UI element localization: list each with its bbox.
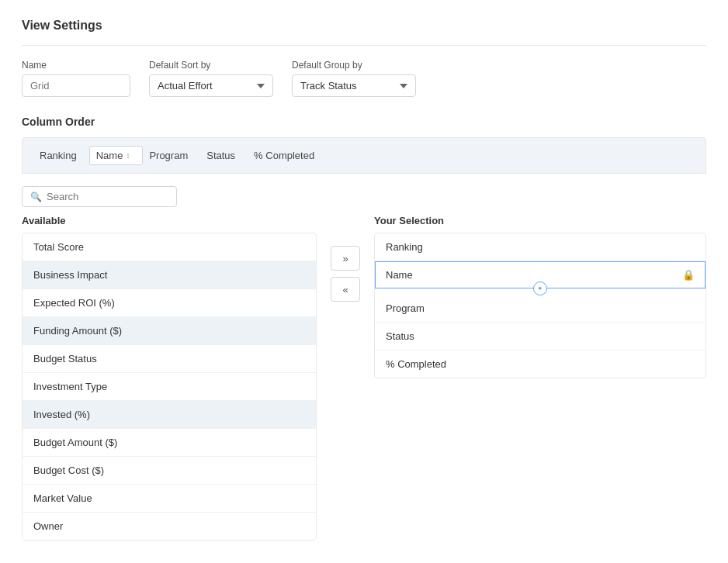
- column-order-title: Column Order: [22, 116, 706, 128]
- group-group: Default Group by Track Status Status Pro…: [292, 60, 416, 97]
- selection-item-name[interactable]: Name 🔒 ✦: [375, 261, 705, 288]
- name-input[interactable]: [22, 74, 130, 97]
- available-section: Available Total Score Business Impact Ex…: [22, 215, 317, 541]
- selection-item-label: Program: [386, 302, 425, 314]
- search-icon: 🔍: [30, 192, 42, 202]
- form-row: Name Default Sort by Actual Effort Name …: [22, 60, 706, 97]
- remove-button[interactable]: «: [331, 277, 360, 302]
- group-select[interactable]: Track Status Status Program Owner: [292, 74, 416, 97]
- selection-item-pct-completed[interactable]: % Completed: [375, 351, 705, 378]
- transfer-buttons: » «: [317, 246, 374, 302]
- list-item[interactable]: Business Impact: [23, 261, 316, 289]
- group-label: Default Group by: [292, 60, 416, 71]
- selection-item-label: % Completed: [386, 358, 446, 370]
- drag-handle[interactable]: ✦: [533, 282, 547, 295]
- add-icon: »: [342, 253, 348, 264]
- col-header-ranking: Ranking: [33, 147, 89, 164]
- list-item[interactable]: Market Value: [23, 485, 316, 513]
- name-group: Name: [22, 60, 130, 97]
- col-header-pct-completed: % Completed: [248, 147, 327, 164]
- list-item[interactable]: Budget Status: [23, 345, 316, 373]
- list-item[interactable]: Funding Amount ($): [23, 317, 316, 345]
- available-label: Available: [22, 215, 317, 226]
- sort-label: Default Sort by: [149, 60, 273, 71]
- remove-icon: «: [342, 284, 348, 295]
- available-list: Total Score Business Impact Expected ROI…: [22, 233, 317, 541]
- list-item[interactable]: Expected ROI (%): [23, 289, 316, 317]
- search-input[interactable]: [47, 191, 168, 202]
- selection-label: Your Selection: [374, 215, 706, 226]
- col-header-name: Name ↕: [89, 146, 144, 165]
- selection-item-label: Name: [386, 269, 413, 281]
- search-box[interactable]: 🔍: [22, 186, 177, 207]
- columns-container: Available Total Score Business Impact Ex…: [22, 215, 706, 541]
- selection-item-label: Ranking: [386, 241, 423, 253]
- column-order-header: Ranking Name ↕ Program Status % Complete…: [22, 137, 706, 174]
- selection-list: Ranking Name 🔒 ✦ Program Status % Comple…: [374, 233, 706, 378]
- divider: [22, 45, 706, 46]
- sort-select-wrapper: Actual Effort Name Status Ranking: [149, 74, 273, 97]
- selection-item-ranking[interactable]: Ranking: [375, 233, 705, 261]
- sort-select[interactable]: Actual Effort Name Status Ranking: [149, 74, 273, 97]
- selection-item-label: Status: [386, 330, 414, 342]
- list-item[interactable]: Total Score: [23, 233, 316, 261]
- col-header-program: Program: [143, 147, 200, 164]
- list-item[interactable]: Budget Cost ($): [23, 457, 316, 485]
- lock-icon: 🔒: [682, 269, 695, 281]
- name-sort-icon: ↕: [126, 151, 130, 160]
- selection-item-status[interactable]: Status: [375, 323, 705, 351]
- list-item[interactable]: Owner: [23, 513, 316, 540]
- selection-section: Your Selection Ranking Name 🔒 ✦ Program …: [374, 215, 706, 378]
- list-item[interactable]: Budget Amount ($): [23, 429, 316, 457]
- page-title: View Settings: [22, 19, 706, 33]
- name-label: Name: [22, 60, 130, 71]
- list-item[interactable]: Invested (%): [23, 401, 316, 429]
- add-button[interactable]: »: [331, 246, 360, 271]
- sort-group: Default Sort by Actual Effort Name Statu…: [149, 60, 273, 97]
- search-row: 🔍: [22, 186, 706, 207]
- col-header-status: Status: [200, 147, 248, 164]
- group-select-wrapper: Track Status Status Program Owner: [292, 74, 416, 97]
- list-item[interactable]: Investment Type: [23, 373, 316, 401]
